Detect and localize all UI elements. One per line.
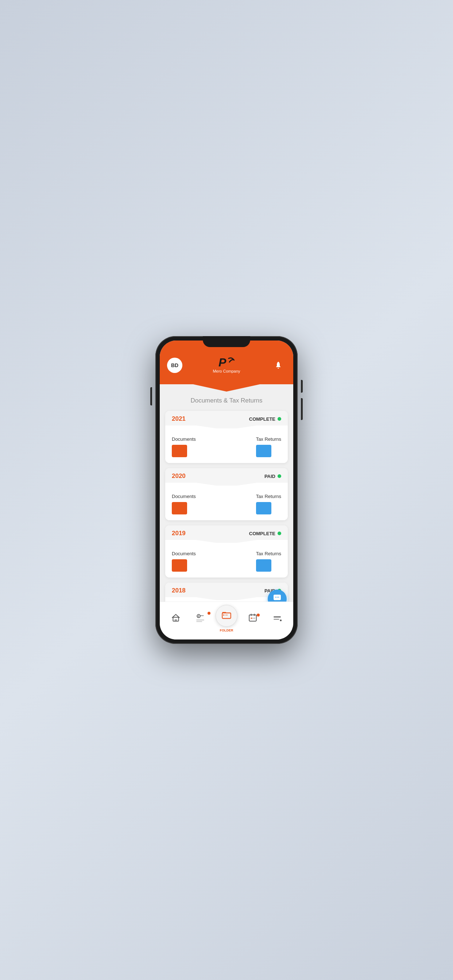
status-dot-2019 [278, 531, 281, 535]
svg-rect-15 [225, 614, 228, 615]
notification-bell[interactable] [271, 358, 286, 373]
svg-text:P: P [219, 357, 226, 368]
folder-nav-label: FOLDER [220, 628, 233, 632]
tax-icon-2020-0[interactable] [256, 502, 271, 514]
document-icon-2019-0[interactable] [172, 559, 187, 572]
svg-rect-17 [251, 617, 252, 619]
year-card-header-2021: 2021 COMPLETE [165, 411, 288, 425]
year-card-header-2020: 2020 PAID [165, 468, 288, 483]
documents-label-2019: Documents [172, 551, 196, 556]
tax-icon-2019-0[interactable] [256, 559, 271, 572]
documents-section-2019: Documents [172, 551, 196, 572]
logo-icon: P [219, 357, 234, 368]
tax-returns-section-2021: Tax Returns [256, 436, 281, 457]
bottom-nav: FOLDER [160, 601, 293, 640]
document-icon-2021-0[interactable] [172, 445, 187, 457]
page-title: Documents & Tax Returns [165, 397, 288, 404]
year-card-2020[interactable]: 2020 PAID Documents Tax [165, 468, 288, 520]
logo-area: P Mero Company [213, 357, 240, 373]
status-dot-2021 [278, 417, 281, 421]
volume-button [150, 387, 152, 406]
header: BD P Mero Company [160, 340, 293, 384]
power-button-top [301, 380, 303, 393]
documents-section-2020: Documents [172, 494, 196, 514]
year-card-body-2020: Documents Tax Returns [165, 485, 288, 520]
tax-returns-label-2021: Tax Returns [256, 436, 281, 442]
svg-rect-22 [280, 619, 282, 621]
nav-calendar[interactable] [244, 613, 262, 625]
calendar-badge [257, 614, 260, 617]
status-badge-2020: PAID [265, 474, 281, 479]
document-icons-2021 [172, 445, 196, 457]
svg-point-2 [275, 597, 276, 598]
document-icon-2020-0[interactable] [172, 502, 187, 514]
folder-icon [222, 610, 231, 622]
nav-home[interactable] [167, 613, 185, 625]
svg-rect-10 [196, 619, 204, 620]
document-icons-2020 [172, 502, 196, 514]
svg-rect-21 [274, 619, 279, 620]
status-dot-2020 [278, 474, 281, 478]
status-badge-2019: COMPLETE [249, 531, 281, 536]
nav-center-button[interactable] [215, 605, 238, 627]
svg-rect-9 [200, 615, 204, 616]
svg-point-3 [277, 597, 278, 598]
svg-rect-18 [252, 617, 254, 619]
status-badge-2021: COMPLETE [249, 416, 281, 422]
tax-icons-2020 [256, 502, 281, 514]
calendar-icon [248, 613, 257, 625]
year-label-2018: 2018 [172, 587, 186, 594]
svg-rect-13 [222, 613, 231, 618]
documents-label-2021: Documents [172, 436, 196, 442]
documents-icon [196, 613, 205, 625]
year-label-2020: 2020 [172, 473, 186, 480]
tax-returns-label-2019: Tax Returns [256, 551, 281, 556]
home-icon [171, 613, 180, 625]
phone-frame: BD P Mero Company [155, 336, 298, 644]
svg-point-4 [278, 597, 279, 598]
year-card-body-2021: Documents Tax Returns [165, 428, 288, 463]
avatar[interactable]: BD [167, 358, 182, 373]
nav-folder[interactable]: FOLDER [215, 605, 238, 632]
company-name: Mero Company [213, 369, 240, 373]
nav-documents[interactable] [191, 613, 209, 625]
year-card-2021[interactable]: 2021 COMPLETE Documents [165, 411, 288, 463]
status-text-2019: COMPLETE [249, 531, 275, 536]
svg-rect-20 [274, 616, 281, 617]
tax-icons-2019 [256, 559, 281, 572]
year-label-2019: 2019 [172, 530, 186, 537]
tax-returns-label-2020: Tax Returns [256, 494, 281, 499]
svg-rect-14 [223, 614, 225, 615]
svg-point-8 [198, 616, 199, 617]
nav-more[interactable] [268, 613, 286, 625]
notch [203, 336, 250, 347]
status-text-2021: COMPLETE [249, 416, 275, 422]
document-icons-2019 [172, 559, 196, 572]
year-card-body-2019: Documents Tax Returns [165, 543, 288, 578]
svg-rect-6 [174, 619, 177, 621]
year-card-2019[interactable]: 2019 COMPLETE Documents [165, 525, 288, 578]
svg-rect-11 [196, 621, 202, 622]
year-label-2021: 2021 [172, 415, 186, 423]
year-card-header-2019: 2019 COMPLETE [165, 525, 288, 540]
svg-rect-19 [254, 617, 255, 619]
tax-icons-2021 [256, 445, 281, 457]
documents-label-2020: Documents [172, 494, 196, 499]
tax-icon-2021-0[interactable] [256, 445, 271, 457]
tax-returns-section-2019: Tax Returns [256, 551, 281, 572]
power-button-main [301, 398, 303, 420]
tax-returns-section-2020: Tax Returns [256, 494, 281, 514]
documents-section-2021: Documents [172, 436, 196, 457]
more-icon [273, 613, 282, 625]
phone-screen: BD P Mero Company [160, 340, 293, 640]
status-text-2020: PAID [265, 474, 275, 479]
